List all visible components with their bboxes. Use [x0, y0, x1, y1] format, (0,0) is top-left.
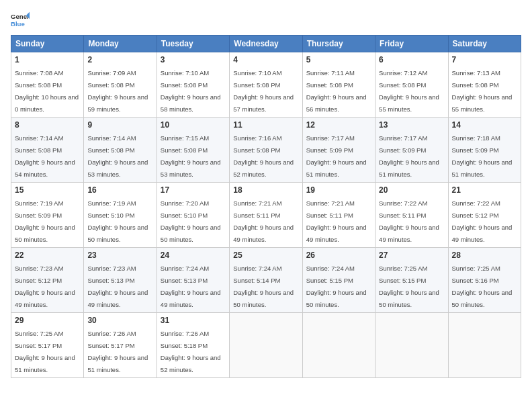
weekday-header-tuesday: Tuesday: [157, 36, 229, 52]
day-number: 7: [452, 55, 517, 64]
calendar-cell: 11 Sunrise: 7:16 AMSunset: 5:08 PMDaylig…: [230, 118, 302, 183]
calendar-cell: 13 Sunrise: 7:17 AMSunset: 5:09 PMDaylig…: [375, 118, 448, 183]
day-info: Sunrise: 7:11 AMSunset: 5:08 PMDaylight:…: [306, 69, 367, 113]
calendar-cell: [375, 313, 448, 378]
day-info: Sunrise: 7:20 AMSunset: 5:10 PMDaylight:…: [161, 199, 221, 243]
day-info: Sunrise: 7:16 AMSunset: 5:08 PMDaylight:…: [233, 134, 294, 178]
calendar-cell: 3 Sunrise: 7:10 AMSunset: 5:08 PMDayligh…: [157, 52, 229, 118]
day-info: Sunrise: 7:22 AMSunset: 5:11 PMDaylight:…: [379, 199, 439, 243]
calendar-table: SundayMondayTuesdayWednesdayThursdayFrid…: [11, 35, 521, 378]
day-info: Sunrise: 7:25 AMSunset: 5:15 PMDaylight:…: [379, 265, 439, 308]
day-info: Sunrise: 7:19 AMSunset: 5:10 PMDaylight:…: [87, 199, 148, 243]
calendar-cell: 22 Sunrise: 7:23 AMSunset: 5:12 PMDaylig…: [11, 248, 84, 313]
day-number: 3: [161, 55, 226, 64]
calendar-cell: 27 Sunrise: 7:25 AMSunset: 5:15 PMDaylig…: [375, 248, 448, 313]
page-header: General Blue: [11, 11, 521, 30]
day-info: Sunrise: 7:10 AMSunset: 5:08 PMDaylight:…: [233, 69, 294, 113]
calendar-cell: 14 Sunrise: 7:18 AMSunset: 5:09 PMDaylig…: [448, 118, 521, 183]
weekday-header-monday: Monday: [84, 36, 157, 52]
day-info: Sunrise: 7:08 AMSunset: 5:08 PMDaylight:…: [15, 69, 79, 113]
week-row-2: 8 Sunrise: 7:14 AMSunset: 5:08 PMDayligh…: [11, 118, 521, 183]
calendar-cell: 2 Sunrise: 7:09 AMSunset: 5:08 PMDayligh…: [84, 52, 157, 118]
day-number: 31: [161, 316, 226, 325]
calendar-cell: 18 Sunrise: 7:21 AMSunset: 5:11 PMDaylig…: [230, 183, 302, 248]
calendar-cell: 1 Sunrise: 7:08 AMSunset: 5:08 PMDayligh…: [11, 52, 84, 118]
weekday-header-saturday: Saturday: [448, 36, 521, 52]
day-info: Sunrise: 7:21 AMSunset: 5:11 PMDaylight:…: [306, 199, 367, 243]
day-info: Sunrise: 7:18 AMSunset: 5:09 PMDaylight:…: [452, 134, 513, 178]
day-info: Sunrise: 7:23 AMSunset: 5:13 PMDaylight:…: [87, 265, 148, 308]
day-number: 17: [161, 185, 226, 195]
day-number: 5: [306, 55, 371, 64]
calendar-cell: 21 Sunrise: 7:22 AMSunset: 5:12 PMDaylig…: [448, 183, 521, 248]
weekday-header-wednesday: Wednesday: [230, 36, 302, 52]
day-number: 24: [161, 250, 226, 260]
day-info: Sunrise: 7:25 AMSunset: 5:17 PMDaylight:…: [15, 330, 75, 373]
svg-text:General: General: [11, 13, 30, 20]
calendar-cell: [302, 313, 375, 378]
day-number: 6: [379, 55, 444, 64]
weekday-header-thursday: Thursday: [302, 36, 375, 52]
day-info: Sunrise: 7:14 AMSunset: 5:08 PMDaylight:…: [15, 134, 75, 178]
day-info: Sunrise: 7:24 AMSunset: 5:15 PMDaylight:…: [306, 265, 367, 308]
day-info: Sunrise: 7:10 AMSunset: 5:08 PMDaylight:…: [161, 69, 221, 113]
day-number: 19: [306, 185, 371, 195]
calendar-cell: 6 Sunrise: 7:12 AMSunset: 5:08 PMDayligh…: [375, 52, 448, 118]
calendar-cell: 17 Sunrise: 7:20 AMSunset: 5:10 PMDaylig…: [157, 183, 229, 248]
calendar-cell: 7 Sunrise: 7:13 AMSunset: 5:08 PMDayligh…: [448, 52, 521, 118]
weekday-header-row: SundayMondayTuesdayWednesdayThursdayFrid…: [11, 36, 521, 52]
calendar-cell: 12 Sunrise: 7:17 AMSunset: 5:09 PMDaylig…: [302, 118, 375, 183]
calendar-cell: 25 Sunrise: 7:24 AMSunset: 5:14 PMDaylig…: [230, 248, 302, 313]
calendar-cell: 29 Sunrise: 7:25 AMSunset: 5:17 PMDaylig…: [11, 313, 84, 378]
day-number: 14: [452, 120, 517, 130]
day-number: 29: [15, 316, 80, 325]
day-number: 16: [87, 185, 152, 195]
calendar-cell: [230, 313, 302, 378]
day-number: 15: [15, 185, 80, 195]
day-info: Sunrise: 7:17 AMSunset: 5:09 PMDaylight:…: [306, 134, 367, 178]
weekday-header-sunday: Sunday: [11, 36, 84, 52]
calendar-cell: 9 Sunrise: 7:14 AMSunset: 5:08 PMDayligh…: [84, 118, 157, 183]
calendar-cell: 24 Sunrise: 7:24 AMSunset: 5:13 PMDaylig…: [157, 248, 229, 313]
day-info: Sunrise: 7:26 AMSunset: 5:18 PMDaylight:…: [161, 330, 221, 373]
calendar-cell: [448, 313, 521, 378]
day-number: 27: [379, 250, 444, 260]
day-info: Sunrise: 7:22 AMSunset: 5:12 PMDaylight:…: [452, 199, 513, 243]
day-info: Sunrise: 7:25 AMSunset: 5:16 PMDaylight:…: [452, 265, 513, 308]
week-row-4: 22 Sunrise: 7:23 AMSunset: 5:12 PMDaylig…: [11, 248, 521, 313]
calendar-cell: 31 Sunrise: 7:26 AMSunset: 5:18 PMDaylig…: [157, 313, 229, 378]
week-row-5: 29 Sunrise: 7:25 AMSunset: 5:17 PMDaylig…: [11, 313, 521, 378]
day-number: 1: [15, 55, 80, 64]
calendar-cell: 4 Sunrise: 7:10 AMSunset: 5:08 PMDayligh…: [230, 52, 302, 118]
day-number: 2: [87, 55, 152, 64]
day-number: 10: [161, 120, 226, 130]
day-info: Sunrise: 7:13 AMSunset: 5:08 PMDaylight:…: [452, 69, 513, 113]
calendar-cell: 23 Sunrise: 7:23 AMSunset: 5:13 PMDaylig…: [84, 248, 157, 313]
day-info: Sunrise: 7:23 AMSunset: 5:12 PMDaylight:…: [15, 265, 75, 308]
calendar-cell: 20 Sunrise: 7:22 AMSunset: 5:11 PMDaylig…: [375, 183, 448, 248]
day-number: 21: [452, 185, 517, 195]
day-number: 12: [306, 120, 371, 130]
calendar-cell: 10 Sunrise: 7:15 AMSunset: 5:08 PMDaylig…: [157, 118, 229, 183]
calendar-cell: 28 Sunrise: 7:25 AMSunset: 5:16 PMDaylig…: [448, 248, 521, 313]
day-number: 11: [233, 120, 298, 130]
calendar-cell: 5 Sunrise: 7:11 AMSunset: 5:08 PMDayligh…: [302, 52, 375, 118]
day-info: Sunrise: 7:19 AMSunset: 5:09 PMDaylight:…: [15, 199, 75, 243]
calendar-cell: 16 Sunrise: 7:19 AMSunset: 5:10 PMDaylig…: [84, 183, 157, 248]
day-info: Sunrise: 7:14 AMSunset: 5:08 PMDaylight:…: [87, 134, 148, 178]
day-number: 18: [233, 185, 298, 195]
day-number: 9: [87, 120, 152, 130]
calendar-cell: 30 Sunrise: 7:26 AMSunset: 5:17 PMDaylig…: [84, 313, 157, 378]
week-row-3: 15 Sunrise: 7:19 AMSunset: 5:09 PMDaylig…: [11, 183, 521, 248]
day-number: 26: [306, 250, 371, 260]
logo-icon: General Blue: [11, 11, 30, 30]
day-info: Sunrise: 7:09 AMSunset: 5:08 PMDaylight:…: [87, 69, 148, 113]
weekday-header-friday: Friday: [375, 36, 448, 52]
day-info: Sunrise: 7:15 AMSunset: 5:08 PMDaylight:…: [161, 134, 221, 178]
calendar-cell: 19 Sunrise: 7:21 AMSunset: 5:11 PMDaylig…: [302, 183, 375, 248]
day-info: Sunrise: 7:26 AMSunset: 5:17 PMDaylight:…: [87, 330, 148, 373]
day-number: 23: [87, 250, 152, 260]
day-number: 13: [379, 120, 444, 130]
day-number: 22: [15, 250, 80, 260]
day-info: Sunrise: 7:17 AMSunset: 5:09 PMDaylight:…: [379, 134, 439, 178]
